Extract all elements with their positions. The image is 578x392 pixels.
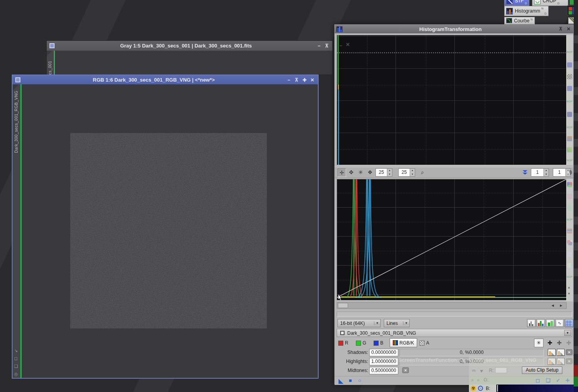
clip-count-dark-icon[interactable]: ✚: [547, 339, 552, 347]
graph-width-spinbox[interactable]: 1 ▲▼: [531, 168, 549, 177]
spin-arrows[interactable]: ▲▼: [387, 169, 392, 176]
channel-a-toggle[interactable]: A: [419, 339, 429, 347]
drag-corner-icon[interactable]: ↘: [14, 348, 18, 353]
dark-frame-image[interactable]: [70, 133, 267, 328]
realtime-preview-icon[interactable]: ○: [358, 377, 361, 383]
resolution-combo[interactable]: 16-bit (64K) ▼: [337, 319, 381, 327]
screen-transfer-function-overlay[interactable]: ScreenTransferFunction: Dark_300_secs_00…: [469, 356, 574, 392]
readout-mode-button[interactable]: ✳: [534, 339, 543, 347]
shortcut-curves[interactable]: Courbe N: [504, 17, 535, 24]
cursor-arrow-icon[interactable]: ►: [479, 366, 485, 374]
zoom-in-mode-button[interactable]: ✥: [347, 168, 356, 177]
zoom-out-icon[interactable]: ⌕: [471, 377, 474, 383]
chevron-down-icon[interactable]: ▼: [564, 330, 571, 336]
graph-w-value[interactable]: 1: [531, 169, 543, 176]
shadows-input[interactable]: 0.00000000: [369, 349, 398, 356]
shadows-clipping-slider[interactable]: 0, %0.0000: [399, 349, 544, 356]
channel-rgbk-toggle[interactable]: RGB/K: [390, 338, 417, 347]
shortcut-crop[interactable]: ◡ CROP D: [532, 0, 568, 6]
gray-window-titlebar[interactable]: Gray 1:5 Dark_300_secs_001 | Dark_300_se…: [47, 41, 332, 51]
stf-ghost-titlebar[interactable]: ScreenTransferFunction: Dark_300_secs_00…: [469, 356, 574, 365]
channel-r-toggle[interactable]: R: [338, 339, 348, 347]
badge-d: D: [558, 2, 560, 5]
plot-style-combo[interactable]: Lines ▼: [384, 319, 410, 327]
h-zoom-value[interactable]: 25: [376, 169, 387, 176]
stf-row-g[interactable]: ⌕ ⌕ G:: [469, 375, 574, 385]
chevron-down-icon[interactable]: ▼: [403, 321, 409, 325]
radioactive-icon[interactable]: ☢: [470, 386, 476, 391]
image-window-icon: [340, 331, 345, 335]
close-button[interactable]: ✕: [308, 77, 316, 83]
show-curve-button[interactable]: ∿: [555, 319, 564, 327]
auto-clip-setup-button[interactable]: Auto Clip Setup: [522, 366, 562, 374]
target-icon[interactable]: ◎: [14, 372, 18, 376]
strip-scroll-down-icon[interactable]: ▼: [567, 292, 571, 295]
gray-image-window[interactable]: Gray 1:5 Dark_300_secs_001 | Dark_300_se…: [46, 40, 333, 75]
rgb-window-titlebar[interactable]: RGB 1:6 Dark_300_secs_001_RGB_VNG | <*ne…: [13, 75, 318, 84]
zoom-in-icon[interactable]: ⌕: [477, 377, 480, 383]
duplicate-icon[interactable]: ❏: [14, 364, 18, 368]
horizontal-zoom-spinbox[interactable]: 25 ▲▼: [376, 168, 392, 177]
minimize-button[interactable]: −: [315, 43, 323, 49]
ht-titlebar[interactable]: HistogramTransformation ⊼ ✕: [335, 25, 573, 33]
ht-zoom-toolbar: ✛ ✥ ✳ ❖ 25 ▲▼ 25 ▲▼ ⌕ 1 ▲▼ 1 ▲▼: [335, 167, 573, 178]
rgb-stripes-icon: [393, 340, 398, 345]
highlights-input[interactable]: 1.00000000: [369, 358, 398, 365]
vertical-zoom-spinbox[interactable]: 25 ▲▼: [398, 168, 415, 177]
close-button[interactable]: ✕: [565, 26, 573, 32]
rgb-window-content: Dark_300_secs_001_RGB_VNG ↘ ◻ ❏ ◎: [13, 84, 318, 378]
stf-r-field[interactable]: [495, 367, 507, 373]
selection-icon[interactable]: ◻: [14, 356, 18, 361]
midtones-reset-button[interactable]: ✕: [402, 367, 409, 373]
target-view-selector[interactable]: Dark_300_secs_001_RGB_VNG ▼: [337, 329, 572, 337]
show-grid-button[interactable]: [565, 319, 573, 327]
ht-title: HistogramTransformation: [344, 26, 557, 32]
new-instance-icon[interactable]: ◣: [339, 377, 343, 385]
rgb-window-view-tab[interactable]: Dark_300_secs_001_RGB_VNG ↘ ◻ ❏ ◎: [13, 84, 22, 378]
show-rgb-histogram-button[interactable]: [536, 319, 545, 327]
link-rgb-icon[interactable]: ∞: [472, 367, 476, 373]
midtones-input[interactable]: 0.50000000: [369, 367, 398, 374]
chevron-down-icon[interactable]: ▼: [374, 321, 380, 325]
histogram-h-scrollbar[interactable]: ◂ ▸: [337, 302, 567, 309]
clip-count-mid-icon[interactable]: ✚: [557, 339, 562, 347]
shade-button[interactable]: ⊼: [323, 43, 331, 49]
scrollbar-arrows[interactable]: ◂ ▸: [552, 303, 565, 308]
shadows-reset-button[interactable]: ✕: [566, 349, 573, 355]
histogram-transformation-dialog[interactable]: HistogramTransformation ⊼ ✕ – ✕ ✛ ✥ ✳ ❖ …: [334, 24, 574, 385]
zoomed-histogram-panel[interactable]: – ✕: [337, 35, 567, 165]
cursor-readout-bar: [337, 312, 572, 317]
rgb-image-window[interactable]: RGB 1:6 Dark_300_secs_001_RGB_VNG | <*ne…: [12, 75, 319, 379]
main-histogram-panel[interactable]: [337, 179, 567, 301]
shade-button[interactable]: ⊼: [293, 77, 301, 83]
stf-row-b-tools[interactable]: ☢ − B:: [469, 385, 496, 392]
shadows-clip-icon[interactable]: [548, 349, 556, 356]
stf-row-r[interactable]: ∞ ► R: Auto Clip Setup: [469, 365, 574, 375]
stf-b-gradient-editor[interactable]: [496, 385, 578, 392]
show-raw-histogram-button[interactable]: [527, 319, 536, 327]
strip-scroll-up-icon[interactable]: ▲: [567, 286, 571, 289]
spin-arrows[interactable]: ▲▼: [410, 169, 415, 176]
apply-icon[interactable]: ■: [349, 377, 352, 383]
ghost-rgb-icon: [567, 182, 572, 187]
channel-b-toggle[interactable]: B: [374, 339, 383, 347]
window-icon: [15, 77, 20, 82]
graph-h-value[interactable]: 1: [553, 169, 565, 176]
minimize-button[interactable]: −: [285, 77, 293, 83]
zoom-out-mode-button[interactable]: ✳: [356, 168, 365, 177]
scrollbar-thumb[interactable]: [338, 303, 348, 308]
show-clipped-histogram-button[interactable]: [546, 319, 554, 327]
spin-arrows[interactable]: ▲▼: [543, 169, 549, 176]
shadows-clip-alt-icon[interactable]: [557, 349, 565, 356]
zoom-minus-icon[interactable]: −: [478, 386, 483, 391]
fit-view-button[interactable]: ❖: [366, 168, 374, 177]
v-zoom-value[interactable]: 25: [399, 169, 410, 176]
tab-tool-icons[interactable]: ↘ ◻ ❏ ◎: [14, 346, 18, 378]
shortcut-histogram[interactable]: Histogramm N D: [504, 6, 549, 16]
shade-button[interactable]: ⊼: [557, 26, 565, 32]
fit-button[interactable]: ✚: [301, 77, 308, 83]
pan-mode-button[interactable]: ✛: [337, 168, 346, 177]
shortcut-stf[interactable]: STF D: [504, 0, 529, 6]
clip-count-light-icon[interactable]: ✚: [566, 339, 571, 347]
channel-g-toggle[interactable]: G: [356, 339, 366, 347]
